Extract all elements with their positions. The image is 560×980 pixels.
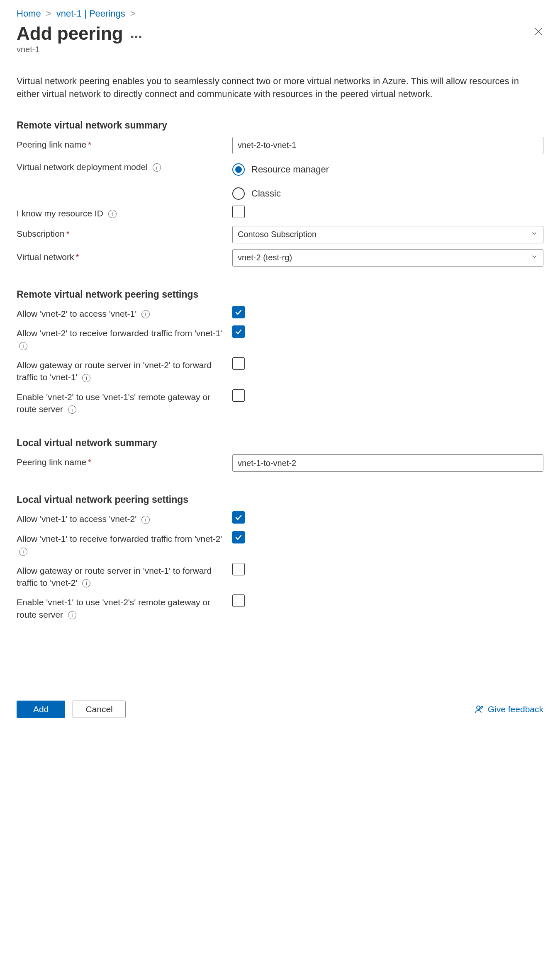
page-subtitle: vnet-1 (17, 45, 143, 54)
give-feedback-link[interactable]: Give feedback (475, 704, 543, 714)
know-resource-id-label: I know my resource ID i (17, 206, 232, 219)
virtual-network-select[interactable]: vnet-2 (test-rg) (232, 249, 543, 267)
breadcrumb-home[interactable]: Home (17, 8, 41, 19)
more-icon[interactable]: ••• (131, 26, 143, 42)
footer-bar: Add Cancel Give feedback (0, 693, 560, 730)
subscription-label: Subscription* (17, 226, 232, 240)
local-allow-access-label: Allow 'vnet-1' to access 'vnet-2' i (17, 511, 232, 525)
info-icon[interactable]: i (141, 516, 150, 524)
local-use-gateway-label: Enable 'vnet-1' to use 'vnet-2's' remote… (17, 594, 232, 621)
remote-use-gateway-checkbox[interactable] (232, 389, 245, 402)
remote-allow-access-label: Allow 'vnet-2' to access 'vnet-1' i (17, 306, 232, 320)
virtual-network-label: Virtual network* (17, 249, 232, 263)
close-icon[interactable] (533, 23, 543, 39)
chevron-down-icon (531, 253, 538, 262)
local-allow-gateway-checkbox[interactable] (232, 563, 245, 575)
info-icon[interactable]: i (108, 210, 117, 218)
select-value: Contoso Subscription (238, 230, 317, 239)
feedback-label: Give feedback (488, 704, 543, 714)
radio-dot-icon (232, 187, 245, 200)
local-peering-link-name-label: Peering link name* (17, 454, 232, 468)
info-icon[interactable]: i (68, 405, 76, 414)
breadcrumb: Home > vnet-1 | Peerings > (17, 8, 543, 19)
peering-link-name-input[interactable] (232, 137, 543, 154)
breadcrumb-sep-icon: > (46, 8, 51, 19)
remote-allow-forwarded-label: Allow 'vnet-2' to receive forwarded traf… (17, 325, 232, 352)
page-title: Add peering (17, 23, 123, 44)
know-resource-id-checkbox[interactable] (232, 206, 245, 218)
remote-allow-gateway-label: Allow gateway or route server in 'vnet-2… (17, 357, 232, 383)
remote-allow-forwarded-checkbox[interactable] (232, 325, 245, 338)
intro-text: Virtual network peering enables you to s… (17, 75, 539, 101)
local-use-gateway-checkbox[interactable] (232, 594, 245, 607)
info-icon[interactable]: i (68, 611, 76, 619)
add-button[interactable]: Add (17, 701, 65, 718)
peering-link-name-label: Peering link name* (17, 137, 232, 150)
local-allow-access-checkbox[interactable] (232, 511, 245, 524)
section-remote-settings: Remote virtual network peering settings (17, 289, 543, 300)
section-remote-summary: Remote virtual network summary (17, 120, 543, 131)
breadcrumb-vnet-peerings[interactable]: vnet-1 | Peerings (56, 8, 125, 19)
local-allow-forwarded-label: Allow 'vnet-1' to receive forwarded traf… (17, 531, 232, 557)
info-icon[interactable]: i (153, 163, 161, 172)
info-icon[interactable]: i (19, 548, 27, 556)
subscription-select[interactable]: Contoso Subscription (232, 226, 543, 243)
cancel-button[interactable]: Cancel (73, 701, 125, 718)
info-icon[interactable]: i (82, 579, 90, 587)
chevron-down-icon (531, 230, 538, 239)
remote-use-gateway-label: Enable 'vnet-2' to use 'vnet-1's' remote… (17, 389, 232, 415)
select-value: vnet-2 (test-rg) (238, 253, 292, 262)
radio-classic[interactable]: Classic (232, 187, 543, 200)
deployment-model-label: Virtual network deployment model i (17, 160, 232, 173)
info-icon[interactable]: i (19, 342, 27, 350)
local-peering-link-name-input[interactable] (232, 454, 543, 472)
radio-label: Resource manager (251, 164, 329, 175)
info-icon[interactable]: i (141, 310, 150, 318)
remote-allow-gateway-checkbox[interactable] (232, 357, 245, 370)
breadcrumb-sep-icon: > (130, 8, 136, 19)
section-local-summary: Local virtual network summary (17, 437, 543, 449)
radio-dot-icon (232, 163, 245, 176)
local-allow-forwarded-checkbox[interactable] (232, 531, 245, 543)
radio-resource-manager[interactable]: Resource manager (232, 163, 543, 176)
radio-label: Classic (251, 188, 281, 199)
remote-allow-access-checkbox[interactable] (232, 306, 245, 318)
section-local-settings: Local virtual network peering settings (17, 494, 543, 505)
local-allow-gateway-label: Allow gateway or route server in 'vnet-1… (17, 563, 232, 589)
feedback-icon (475, 704, 485, 714)
info-icon[interactable]: i (82, 374, 90, 382)
